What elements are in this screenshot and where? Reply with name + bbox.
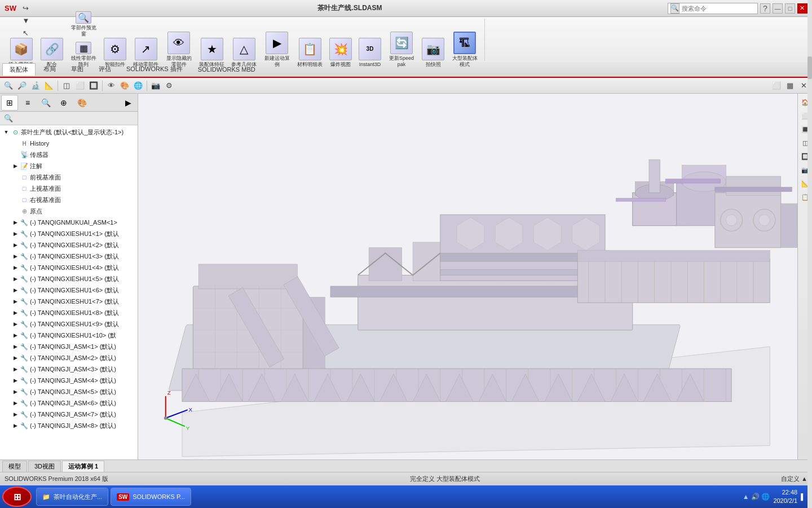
close-btn[interactable]: ✕ [797, 3, 807, 14]
comp13-expand[interactable]: ▶ [11, 365, 19, 373]
comp1-expand[interactable]: ▶ [11, 230, 19, 238]
history-expand[interactable] [11, 139, 19, 147]
preview-btn[interactable]: 🔍 零部件预览窗 [67, 10, 100, 39]
large-asm-mode-btn[interactable]: 🏗 大型装配体模式 [448, 30, 481, 69]
comp4-expand[interactable]: ▶ [11, 264, 19, 271]
zoom-area-btn[interactable]: 🔬 [29, 80, 42, 92]
taskbar-app-solidworks[interactable]: SW SOLIDWORKS P... [111, 488, 191, 506]
tab-3dview[interactable]: 3D视图 [28, 461, 61, 472]
tab-sw-plugins[interactable]: SOLIDWORKS 插件 [119, 63, 190, 76]
tree-item-comp8[interactable]: ▶ 🔧 (-) TANQINGXIESHU1<8> (默认 [0, 307, 138, 318]
tree-item-front-plane[interactable]: □ 前视基准面 [0, 172, 138, 183]
tab-model[interactable]: 模型 [2, 461, 27, 472]
status-customize[interactable]: 自定义 ▲ [781, 475, 807, 483]
tree-item-annotations[interactable]: ▶ 📝 注解 [0, 160, 138, 172]
display-style-btn[interactable]: ⬜ [74, 80, 86, 92]
panel-tab-list[interactable]: ≡ [19, 95, 36, 111]
section-view-btn[interactable]: ◫ [60, 80, 73, 92]
restore-btn[interactable]: □ [785, 3, 795, 14]
comp18-expand[interactable]: ▶ [11, 422, 19, 430]
tree-item-comp3[interactable]: ▶ 🔧 (-) TANQINGXIESHU1<3> (默认 [0, 251, 138, 262]
hide-show-btn[interactable]: 👁 [105, 80, 117, 92]
tree-item-origin[interactable]: ⊕ 原点 [0, 205, 138, 217]
panel-tab-tree[interactable]: ⊞ [1, 95, 18, 111]
tree-item-top-plane[interactable]: □ 上视基准面 [0, 183, 138, 194]
comp15-expand[interactable]: ▶ [11, 388, 19, 396]
restore-viewport-btn[interactable]: ⬜ [770, 80, 783, 92]
panel-tab-color[interactable]: 🎨 [73, 95, 90, 111]
comp6-expand[interactable]: ▶ [11, 286, 19, 294]
help-icon[interactable]: ? [760, 3, 770, 14]
viewport[interactable]: X Y Z [138, 94, 797, 459]
comp14-expand[interactable]: ▶ [11, 376, 19, 384]
search-input[interactable] [682, 5, 760, 12]
root-expand-icon[interactable]: ▼ [2, 128, 10, 136]
panel-expand-btn[interactable]: ▶ [120, 95, 136, 111]
tree-item-history[interactable]: H History [0, 138, 138, 149]
comp9-expand[interactable]: ▶ [11, 320, 19, 328]
comp2-expand[interactable]: ▶ [11, 241, 19, 249]
appearance-btn[interactable]: 🎨 [118, 80, 131, 92]
update-speedpak-btn[interactable]: 🔄 更新Speedpak [385, 30, 418, 69]
tree-item-comp18[interactable]: ▶ 🔧 (-) TANQINGJI_ASM<8> (默认) [0, 420, 138, 431]
snapshot-btn[interactable]: 📷 拍快照 [419, 36, 447, 69]
tree-item-comp11[interactable]: ▶ 🔧 (-) TANQINGJI_ASM<1> (默认) [0, 341, 138, 352]
panel-tab-search[interactable]: 🔍 [37, 95, 54, 111]
comp7-expand[interactable]: ▶ [11, 297, 19, 305]
comp17-expand[interactable]: ▶ [11, 410, 19, 418]
right-plane-expand[interactable] [11, 196, 19, 204]
tree-item-comp12[interactable]: ▶ 🔧 (-) TANQINGJI_ASM<2> (默认) [0, 352, 138, 364]
tree-item-comp2[interactable]: ▶ 🔧 (-) TANQINGXIESHU1<2> (默认 [0, 239, 138, 251]
panel-tab-add[interactable]: ⊕ [55, 95, 72, 111]
tree-root-item[interactable]: ▼ ⊙ 茶叶生产线 (默认<默认_显示状态-1>) [0, 126, 138, 138]
minimize-btn[interactable]: — [773, 3, 783, 14]
window-controls[interactable]: 🔍 ? — □ ✕ [668, 3, 807, 14]
tree-item-comp5[interactable]: ▶ 🔧 (-) TANQINGXIESHU1<5> (默认 [0, 273, 138, 284]
tab-sketch[interactable]: 草图 [64, 63, 91, 76]
comp16-expand[interactable]: ▶ [11, 399, 19, 407]
tree-item-comp6[interactable]: ▶ 🔧 (-) TANQINGXIESHU1<6> (默认 [0, 284, 138, 296]
tab-sw-mbd[interactable]: SOLIDWORKS MBD [191, 63, 263, 76]
bom-btn[interactable]: 📋 材料明细表 [294, 36, 325, 69]
tree-item-comp7[interactable]: ▶ 🔧 (-) TANQINGXIESHU1<7> (默认 [0, 296, 138, 307]
start-button[interactable]: ⊞ [2, 487, 32, 507]
comp10-expand[interactable]: ▶ [11, 331, 19, 339]
tab-evaluate[interactable]: 评估 [91, 63, 118, 76]
instant3d-btn[interactable]: 3D Instant3D [356, 36, 384, 69]
undo-btn[interactable]: ↩ [20, 0, 32, 2]
show-desktop-btn[interactable]: ▌ [801, 493, 805, 500]
camera-btn[interactable]: 📷 [149, 80, 162, 92]
filter-btn[interactable]: 🔍 [2, 112, 15, 125]
tree-item-comp15[interactable]: ▶ 🔧 (-) TANQINGJI_ASM<5> (默认) [0, 386, 138, 397]
tree-item-right-plane[interactable]: □ 右视基准面 [0, 194, 138, 205]
split-view-btn[interactable]: ▦ [784, 80, 796, 92]
tree-item-comp4[interactable]: ▶ 🔧 (-) TANQINGXIESHU1<4> (默认 [0, 262, 138, 273]
tab-assembly[interactable]: 装配体 [2, 63, 36, 76]
view-orientation-btn[interactable]: 🔲 [87, 80, 100, 92]
tree-item-sensors[interactable]: 📡 传感器 [0, 149, 138, 160]
motion-study-btn[interactable]: ▶ 新建运动算例 [261, 30, 293, 69]
zoom-in-btn[interactable]: 🔎 [16, 80, 28, 92]
tree-item-comp16[interactable]: ▶ 🔧 (-) TANQINGJI_ASM<6> (默认) [0, 397, 138, 409]
tree-item-comp0[interactable]: ▶ 🔧 (-) TANQIGNMUKUAI_ASM<1> [0, 217, 138, 228]
view-settings-btn[interactable]: ⚙ [163, 80, 175, 92]
tree-item-comp9[interactable]: ▶ 🔧 (-) TANQINGXIESHU1<9> (默认 [0, 318, 138, 330]
top-plane-expand[interactable] [11, 185, 19, 192]
origin-expand[interactable] [11, 207, 19, 215]
comp5-expand[interactable]: ▶ [11, 275, 19, 283]
tree-item-comp1[interactable]: ▶ 🔧 (-) TANQINGXIESHU1<1> (默认 [0, 228, 138, 239]
tree-item-comp17[interactable]: ▶ 🔧 (-) TANQINGJI_ASM<7> (默认) [0, 409, 138, 420]
tree-item-comp10[interactable]: ▶ 🔧 (-) TANQINGXIESHU1<10> (默 [0, 330, 138, 341]
comp11-expand[interactable]: ▶ [11, 343, 19, 351]
comp12-expand[interactable]: ▶ [11, 354, 19, 362]
tree-item-comp13[interactable]: ▶ 🔧 (-) TANQINGJI_ASM<3> (默认) [0, 364, 138, 375]
comp3-expand[interactable]: ▶ [11, 252, 19, 260]
tab-layout[interactable]: 布局 [36, 63, 63, 76]
scene-btn[interactable]: 🌐 [132, 80, 144, 92]
front-plane-expand[interactable] [11, 173, 19, 181]
sensors-expand[interactable] [11, 151, 19, 159]
explode-btn[interactable]: 💥 爆炸视图 [326, 36, 355, 69]
search-box[interactable]: 🔍 [668, 3, 758, 14]
rotate-btn[interactable]: 📐 [43, 80, 55, 92]
annotations-expand[interactable]: ▶ [11, 162, 19, 170]
